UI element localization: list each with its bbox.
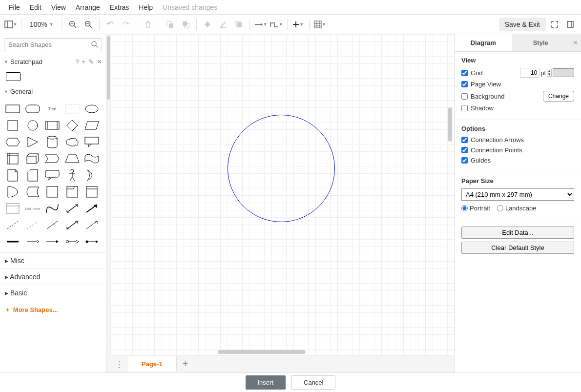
shape-process[interactable] xyxy=(44,119,60,132)
add-icon[interactable]: ▼ xyxy=(291,18,305,31)
shape-or[interactable] xyxy=(5,185,21,199)
shape-conn-arrow[interactable] xyxy=(44,235,60,248)
shape-triangle[interactable] xyxy=(25,135,41,149)
shape-cloud[interactable] xyxy=(64,135,80,149)
fullscreen-icon[interactable] xyxy=(548,18,561,31)
zoom-out-icon[interactable] xyxy=(82,18,95,31)
guides-checkbox[interactable] xyxy=(461,157,468,164)
shape-circle[interactable] xyxy=(25,119,41,132)
more-shapes-button[interactable]: + More Shapes... xyxy=(0,301,106,318)
general-header[interactable]: ▼General xyxy=(0,85,106,98)
tab-diagram[interactable]: Diagram xyxy=(455,34,512,51)
section-advanced[interactable]: ▸ Advanced xyxy=(0,268,106,285)
canvas-shape-ellipse[interactable] xyxy=(228,115,335,222)
shape-note[interactable] xyxy=(5,168,21,182)
shape-parallelogram[interactable] xyxy=(84,119,100,132)
landscape-radio[interactable] xyxy=(497,205,503,211)
help-icon[interactable]: ? xyxy=(75,58,79,65)
table-icon[interactable]: ▼ xyxy=(313,18,327,31)
grid-size-input[interactable] xyxy=(520,68,540,78)
shape-list[interactable] xyxy=(5,202,21,215)
waypoints-icon[interactable]: ▼ xyxy=(270,18,283,31)
shape-moon[interactable] xyxy=(84,168,100,182)
shape-dashed[interactable] xyxy=(5,218,21,232)
shadow-checkbox[interactable] xyxy=(461,105,468,111)
scratchpad-shape[interactable] xyxy=(6,72,21,81)
shape-diamond[interactable] xyxy=(64,119,80,132)
portrait-radio[interactable] xyxy=(461,205,468,211)
menu-edit[interactable]: Edit xyxy=(25,1,46,13)
conn-arrows-checkbox[interactable] xyxy=(461,137,468,143)
shape-rectangle[interactable] xyxy=(5,102,21,116)
to-front-icon[interactable] xyxy=(163,18,177,31)
shape-cube[interactable] xyxy=(25,152,41,165)
redo-icon[interactable] xyxy=(119,18,133,31)
shape-conn-open-start[interactable] xyxy=(64,235,80,248)
section-misc[interactable]: ▸ Misc xyxy=(0,252,106,268)
menu-help[interactable]: Help xyxy=(134,1,158,13)
shape-callout[interactable] xyxy=(84,135,100,149)
format-panel-icon[interactable] xyxy=(563,18,577,31)
shape-container[interactable] xyxy=(44,185,60,199)
v-scrollbar[interactable] xyxy=(448,107,452,142)
undo-icon[interactable] xyxy=(104,18,117,31)
shape-cylinder[interactable] xyxy=(44,135,60,149)
background-checkbox[interactable] xyxy=(461,93,468,100)
shape-textbox[interactable] xyxy=(64,102,80,116)
close-icon[interactable]: ✕ xyxy=(97,58,102,65)
shape-dir-arrow[interactable] xyxy=(84,218,100,232)
shape-conn-thin-arrow[interactable] xyxy=(25,235,41,248)
grid-checkbox[interactable] xyxy=(461,70,468,76)
shape-list-item[interactable]: List Item xyxy=(25,202,41,215)
connection-icon[interactable]: ▼ xyxy=(254,18,268,31)
sidebar-toggle-icon[interactable]: ▼ xyxy=(4,18,18,31)
shape-tape[interactable] xyxy=(84,152,100,165)
add-icon[interactable]: + xyxy=(82,58,85,65)
tab-style[interactable]: Style xyxy=(512,34,570,51)
shape-data-storage[interactable] xyxy=(25,185,41,199)
shape-bidir-arrow[interactable] xyxy=(64,202,80,215)
shape-collate[interactable] xyxy=(84,185,100,199)
shadow-icon[interactable] xyxy=(232,18,246,31)
shape-text[interactable]: Text xyxy=(44,102,60,116)
shape-conn-filled-start[interactable] xyxy=(84,235,100,248)
shape-square[interactable] xyxy=(5,119,21,132)
shape-step[interactable] xyxy=(44,152,60,165)
canvas[interactable]: ⋮ Page-1 + xyxy=(110,34,454,372)
zoom-select[interactable]: 100%▼ xyxy=(26,21,58,28)
edit-data-button[interactable]: Edit Data... xyxy=(461,227,574,239)
save-exit-button[interactable]: Save & Exit xyxy=(499,18,546,31)
shape-callout2[interactable] xyxy=(44,168,60,182)
edit-icon[interactable]: ✎ xyxy=(88,58,94,65)
grid-color-swatch[interactable] xyxy=(553,68,574,77)
menu-extras[interactable]: Extras xyxy=(105,1,134,13)
menu-file[interactable]: File xyxy=(4,1,25,13)
shape-trapezoid[interactable] xyxy=(64,152,80,165)
section-basic[interactable]: ▸ Basic xyxy=(0,285,106,301)
shape-line[interactable] xyxy=(44,218,60,232)
pageview-checkbox[interactable] xyxy=(461,81,468,87)
shape-rounded-rect[interactable] xyxy=(25,102,41,116)
insert-button[interactable]: Insert xyxy=(246,375,286,390)
shape-card[interactable] xyxy=(25,168,41,182)
fill-color-icon[interactable] xyxy=(201,18,214,31)
conn-points-checkbox[interactable] xyxy=(461,147,468,153)
shape-hexagon[interactable] xyxy=(5,135,21,149)
close-panel-icon[interactable]: ✕ xyxy=(569,34,581,51)
shape-actor[interactable] xyxy=(64,168,80,182)
tab-menu-icon[interactable]: ⋮ xyxy=(110,359,128,370)
shape-ellipse[interactable] xyxy=(84,102,100,116)
tab-page-1[interactable]: Page-1 xyxy=(128,356,177,371)
clear-style-button[interactable]: Clear Default Style xyxy=(461,242,574,254)
shape-internal-storage[interactable] xyxy=(5,152,21,165)
paper-size-select[interactable]: A4 (210 mm x 297 mm) xyxy=(461,188,574,201)
line-color-icon[interactable] xyxy=(216,18,230,31)
menu-view[interactable]: View xyxy=(46,1,71,13)
shape-curve[interactable] xyxy=(44,202,60,215)
grid-step-down[interactable]: ▼ xyxy=(547,73,551,76)
h-scrollbar[interactable] xyxy=(218,350,306,354)
shape-link[interactable] xyxy=(64,218,80,232)
change-button[interactable]: Change xyxy=(543,91,574,102)
zoom-in-icon[interactable] xyxy=(66,18,80,31)
search-icon[interactable] xyxy=(91,41,98,48)
